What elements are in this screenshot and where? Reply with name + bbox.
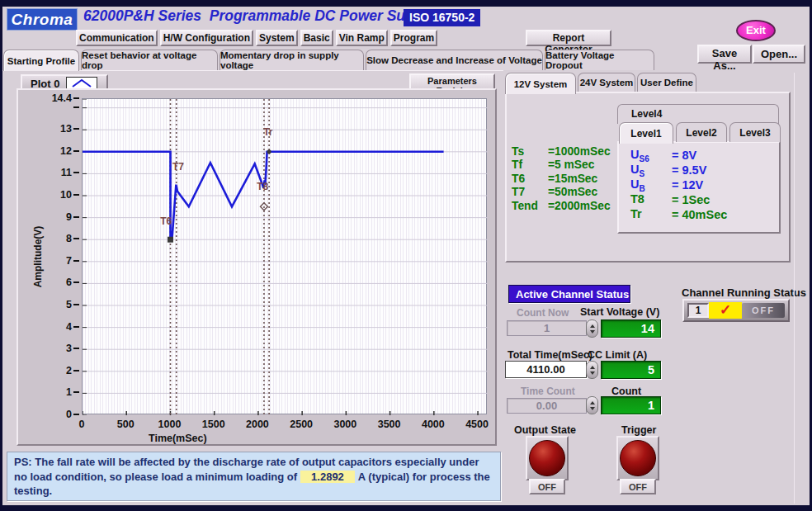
window-border-bottom bbox=[0, 505, 812, 511]
tab-24v-system[interactable]: 24V System bbox=[578, 73, 635, 92]
x-axis-label: Time(mSec) bbox=[149, 433, 207, 444]
output-state-knob[interactable] bbox=[526, 436, 569, 480]
report-generator-button[interactable]: Report Generator bbox=[526, 30, 611, 46]
total-time-label: Total Time(mSec) bbox=[508, 349, 592, 361]
param-us6: US6 = 8V bbox=[630, 148, 779, 163]
menu-button-system[interactable]: System bbox=[256, 30, 298, 46]
channel-running-status-control[interactable]: 1 ✓ OFF bbox=[682, 299, 790, 322]
y-axis-ticks: 01234567891011121314.4 bbox=[18, 98, 79, 414]
menu-button-program[interactable]: Program bbox=[390, 30, 437, 46]
count-label: Count bbox=[611, 386, 641, 397]
output-state-knob-icon bbox=[529, 440, 565, 476]
output-state-off-button[interactable]: OFF bbox=[529, 479, 565, 494]
menu-button-basic[interactable]: Basic bbox=[300, 30, 333, 46]
test-mode-tabbar: Starting Profile Reset behavior at volta… bbox=[3, 50, 654, 70]
count-now-label: Count Now bbox=[517, 307, 569, 319]
svg-text:T7: T7 bbox=[172, 161, 184, 173]
time-count-field: 0.00 bbox=[507, 398, 587, 414]
trigger-label: Trigger bbox=[621, 424, 656, 436]
right-panel-divider bbox=[794, 73, 795, 504]
waveform-graph: Amplitude(V) 01234567891011121314.4 T6T7… bbox=[17, 88, 497, 446]
total-time-field[interactable]: 4110.00 bbox=[505, 361, 587, 378]
param-ts: Ts=1000mSec bbox=[512, 144, 617, 159]
system-tabbar: 12V System 24V System User Define bbox=[505, 73, 696, 92]
menu-bar: Communication H/W Configuration System B… bbox=[76, 30, 437, 46]
start-voltage-stepper[interactable] bbox=[586, 319, 598, 338]
tab-user-define[interactable]: User Define bbox=[637, 73, 696, 92]
menu-button-hw-configuration[interactable]: H/W Configuration bbox=[160, 30, 253, 46]
trigger-off-button[interactable]: OFF bbox=[620, 479, 656, 494]
channel-check-icon: ✓ bbox=[709, 302, 742, 319]
tab-level1[interactable]: Level1 bbox=[619, 122, 673, 144]
level1-parameters-box: US6 = 8V US = 9.5V UB = 12V T8 = 1Sec Tr… bbox=[617, 141, 781, 234]
app-title: 62000P&H Series Programmable DC Power Su… bbox=[83, 7, 435, 25]
iso-standard-badge: ISO 16750-2 bbox=[404, 9, 480, 26]
tab-level4[interactable]: Level4 bbox=[617, 104, 779, 124]
channel-number: 1 bbox=[687, 303, 709, 318]
cc-limit-display[interactable]: 5 bbox=[601, 361, 661, 379]
channel-running-status-label: Channel Running Status bbox=[682, 286, 806, 299]
tab-battery-voltage-dropout[interactable]: Battery Voltage Dropout bbox=[545, 50, 654, 70]
window-border-left bbox=[0, 0, 2, 511]
param-ub: UB = 12V bbox=[630, 177, 779, 192]
tab-momentary-drop[interactable]: Momentary drop in supply voltage bbox=[220, 50, 364, 70]
tab-starting-profile[interactable]: Starting Profile bbox=[3, 50, 79, 71]
channel-running-state: OFF bbox=[742, 303, 785, 318]
menu-button-vin-ramp[interactable]: Vin Ramp bbox=[336, 30, 388, 46]
svg-text:T8: T8 bbox=[257, 181, 268, 192]
trigger-knob[interactable] bbox=[616, 436, 659, 480]
param-t8: T8 = 1Sec bbox=[630, 192, 779, 207]
start-voltage-display[interactable]: 14 bbox=[601, 319, 661, 338]
tab-12v-system[interactable]: 12V System bbox=[505, 73, 576, 94]
cc-limit-label: CC Limit (A) bbox=[588, 349, 647, 361]
menu-button-communication[interactable]: Communication bbox=[76, 30, 158, 46]
timing-parameters: Ts=1000mSec Tf=5 mSec T6=15mSec T7=50mSe… bbox=[512, 144, 617, 213]
param-us: US = 9.5V bbox=[630, 163, 779, 177]
tab-level2[interactable]: Level2 bbox=[676, 122, 727, 142]
ps-note: PS: The fall rate will be affected by th… bbox=[7, 452, 501, 501]
param-tf: Tf=5 mSec bbox=[512, 159, 617, 173]
note-min-loading-value: 1.2892 bbox=[300, 471, 355, 483]
param-t6: T6=15mSec bbox=[512, 172, 617, 186]
cc-limit-stepper[interactable] bbox=[586, 361, 598, 379]
exit-button[interactable]: Exit bbox=[736, 20, 776, 41]
trigger-knob-icon bbox=[620, 440, 656, 476]
open-button[interactable]: Open... bbox=[753, 45, 805, 64]
count-display[interactable]: 1 bbox=[601, 396, 661, 414]
param-tr: Tr = 40mSec bbox=[630, 207, 779, 222]
chroma-logo: Chroma bbox=[7, 8, 78, 31]
output-state-label: Output State bbox=[514, 424, 576, 436]
svg-text:T6: T6 bbox=[160, 215, 172, 227]
waveform-plot: T6T7T8Tr bbox=[83, 99, 488, 415]
app-window: Chroma 62000P&H Series Programmable DC P… bbox=[0, 0, 812, 511]
tab-reset-behavior[interactable]: Reset behavior at voltage drop bbox=[81, 50, 218, 70]
param-tend: Tend=2000mSec bbox=[512, 199, 617, 213]
window-border-top bbox=[0, 0, 812, 7]
save-as-button[interactable]: Save As... bbox=[697, 45, 752, 64]
x-axis-ticks: 050010001500200025003000350040004500 bbox=[82, 419, 494, 431]
plot-area[interactable]: T6T7T8Tr bbox=[82, 98, 487, 414]
tab-slow-decrease-increase[interactable]: Slow Decrease and Increase of Voltage bbox=[366, 50, 543, 70]
active-channel-status-badge: Active Channel Status bbox=[508, 285, 630, 303]
start-voltage-label: Start Voltage (V) bbox=[580, 306, 659, 318]
count-stepper[interactable] bbox=[586, 396, 598, 414]
tab-level3[interactable]: Level3 bbox=[729, 122, 781, 142]
count-now-field: 1 bbox=[507, 320, 587, 336]
level-tabbar: Level1 Level2 Level3 bbox=[619, 122, 781, 142]
system-parameters-panel: Level4 Level1 Level2 Level3 US6 = 8V US … bbox=[505, 92, 791, 263]
time-count-label: Time Count bbox=[521, 386, 575, 397]
svg-text:Tr: Tr bbox=[263, 126, 273, 138]
param-t7: T7=50mSec bbox=[512, 186, 617, 200]
